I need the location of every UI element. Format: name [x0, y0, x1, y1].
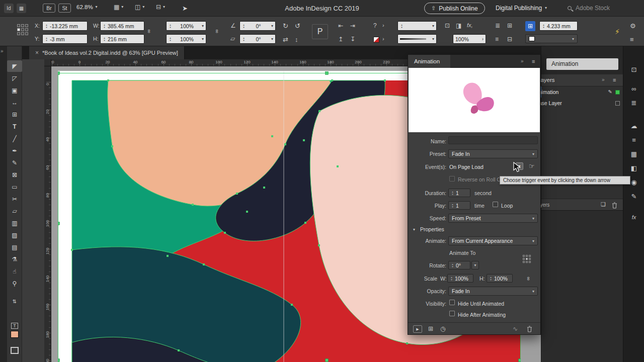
eyedropper-tool[interactable]: ⚗: [7, 253, 22, 265]
trigger-pointer-icon[interactable]: ☞: [529, 163, 535, 169]
constrain-scale-link-icon[interactable]: ∞: [214, 30, 220, 34]
scale-w-field[interactable]: ▴▾ 100%: [447, 274, 473, 283]
speed-dropdown[interactable]: From Preset ▾: [448, 214, 538, 223]
reference-point-proxy[interactable]: [17, 24, 28, 35]
height-field[interactable]: ▴▾ 216 mm: [100, 34, 144, 44]
view-options-dropdown[interactable]: ▦ ▾: [114, 4, 123, 10]
panel-menu-icon[interactable]: ≡: [613, 77, 616, 83]
gap-tool[interactable]: ↔: [7, 97, 22, 108]
free-transform-tool[interactable]: ▱: [7, 205, 22, 217]
stroke-style-dropdown[interactable]: ▾: [397, 34, 437, 44]
align-paragraph-icon[interactable]: ≡: [495, 36, 499, 42]
page-tool[interactable]: ▣: [7, 84, 22, 96]
stepper[interactable]: ▴▾: [242, 37, 246, 41]
gear-icon[interactable]: ⚙: [630, 23, 636, 29]
loop-checkbox[interactable]: [493, 202, 498, 207]
properties-disclosure-icon[interactable]: ▾: [413, 228, 415, 232]
stepper[interactable]: ▴▾: [400, 24, 404, 28]
event-value[interactable]: On Page Load: [449, 164, 484, 170]
scale-y-field[interactable]: ▴▾ 100% ▾: [166, 34, 206, 44]
arrange-documents-dropdown[interactable]: ⊟ ▾: [156, 4, 165, 10]
opacity-dropdown[interactable]: Fade In ▾: [448, 287, 538, 296]
fill-frame-icon[interactable]: ◨: [456, 23, 461, 29]
stepper[interactable]: ▴▾: [450, 276, 453, 281]
animate-origin-proxy[interactable]: [523, 255, 531, 263]
framed-text-icon[interactable]: T: [7, 320, 22, 331]
panel-menu-icon[interactable]: ≡: [532, 59, 535, 64]
stepper[interactable]: ▴▾: [45, 37, 48, 41]
layers-panel-header[interactable]: Layers » ≡: [541, 74, 623, 86]
align-top-icon[interactable]: ↥: [338, 36, 343, 42]
opacity-field[interactable]: 100% ›: [453, 34, 486, 44]
stock-search[interactable]: Adobe Stock: [568, 5, 610, 12]
align-left-icon[interactable]: ⇤: [338, 23, 343, 29]
bridge-button[interactable]: Br: [43, 4, 55, 13]
layer-selection-color-chip[interactable]: [615, 90, 620, 95]
justify-icon[interactable]: ⊟: [507, 36, 512, 42]
pen-tool[interactable]: ✒: [7, 145, 22, 156]
panel-menu-icon[interactable]: ≡: [630, 36, 634, 43]
vertical-ruler[interactable]: 0 20 40 60 80 100 120 140 160 180 200: [44, 66, 51, 362]
home-grid-icon[interactable]: ▦: [17, 4, 26, 13]
rotate-ccw-icon[interactable]: ↺: [295, 23, 300, 29]
new-layer-icon[interactable]: ❏: [601, 202, 606, 207]
note-tool[interactable]: ▤: [7, 241, 22, 253]
shear-angle-field[interactable]: ▴▾ 0° ▾: [239, 34, 276, 44]
line-tool[interactable]: ╱: [7, 133, 22, 144]
constrain-dimensions-link-icon[interactable]: ∞: [146, 30, 152, 34]
delete-animation-icon[interactable]: [527, 325, 532, 334]
animation-preview[interactable]: [409, 68, 540, 132]
stepper[interactable]: ▴▾: [542, 24, 545, 28]
layer-selection-color-chip[interactable]: [615, 101, 620, 106]
stock-button[interactable]: St: [58, 4, 71, 13]
rectangle-frame-tool[interactable]: ⊠: [7, 169, 22, 180]
cc-libraries-panel-icon[interactable]: ☁: [623, 121, 644, 131]
zoom-tool[interactable]: ⚲: [7, 278, 22, 289]
gpu-performance-icon[interactable]: ⚡: [615, 28, 620, 35]
play-field[interactable]: ▴▾ 1: [448, 201, 470, 210]
select-container-button[interactable]: P: [312, 24, 328, 39]
text-wrap-none-icon[interactable]: ⊞: [507, 23, 512, 29]
stepper[interactable]: ▴▾: [451, 191, 454, 195]
collapse-panel-chevrons-icon[interactable]: »: [602, 77, 605, 82]
dock-tab-animation[interactable]: Animation: [546, 58, 618, 70]
stepper[interactable]: ▴▾: [451, 203, 454, 208]
help-icon[interactable]: ?: [373, 23, 377, 29]
close-icon[interactable]: ×: [35, 49, 39, 56]
stepper[interactable]: ▴▾: [169, 37, 172, 41]
scale-h-field[interactable]: ▴▾ 100%: [487, 274, 513, 283]
pages-panel-icon[interactable]: ⊡: [623, 64, 644, 74]
document-tab[interactable]: × *Book of Ideas vol.2 Digital.indd @ 63…: [29, 46, 185, 59]
stepper[interactable]: ▴▾: [169, 24, 172, 28]
timing-panel-clock-icon[interactable]: ◷: [440, 326, 445, 332]
name-input[interactable]: [448, 136, 538, 144]
direct-selection-tool[interactable]: ◸: [7, 72, 22, 84]
flip-horizontal-icon[interactable]: ⇄: [283, 36, 288, 43]
layers-panel-icon[interactable]: ≣: [623, 98, 644, 108]
expand-panels-chevrons-icon[interactable]: »: [1, 49, 4, 54]
preset-dropdown[interactable]: Fade In ▾: [448, 149, 538, 158]
animation-panel-header[interactable]: Animation » ≡: [408, 55, 540, 68]
width-field[interactable]: ▴▾ 385.45 mm: [100, 21, 144, 31]
reverse-on-rolloff-checkbox[interactable]: [449, 176, 455, 182]
links-panel-icon[interactable]: ∞: [623, 83, 644, 94]
animate-dropdown[interactable]: From Current Appearance ▾: [448, 236, 538, 245]
preview-spread-button[interactable]: ▶: [413, 325, 422, 333]
stroke-color-proxy[interactable]: [11, 347, 19, 354]
stepper[interactable]: ▴▾: [103, 24, 106, 28]
y-position-field[interactable]: ▴▾ -3 mm: [42, 34, 88, 44]
corner-options-button[interactable]: ⊞: [525, 21, 535, 31]
ruler-corner[interactable]: [44, 59, 51, 66]
stroke-weight-field[interactable]: ▴▾ ▾: [397, 21, 437, 31]
paragraph-styles-panel-icon[interactable]: ≡: [623, 135, 644, 145]
gradient-swatch-tool[interactable]: ▥: [7, 217, 22, 229]
effects-panel-icon[interactable]: fx: [623, 212, 644, 222]
hide-after-animating-checkbox[interactable]: [449, 311, 455, 316]
animation-panel-tab[interactable]: Animation: [408, 55, 450, 68]
rotation-angle-field[interactable]: ▴▾ 0° ▾: [239, 21, 276, 31]
content-collector-tool[interactable]: ⊞: [7, 109, 22, 120]
corner-radius-field[interactable]: ▴▾ 4.233 mm: [539, 21, 578, 31]
stepper[interactable]: ▴▾: [45, 24, 48, 28]
gradient-panel-icon[interactable]: ◧: [623, 163, 644, 173]
rotate-dropdown-arrow[interactable]: ▾: [471, 261, 479, 269]
